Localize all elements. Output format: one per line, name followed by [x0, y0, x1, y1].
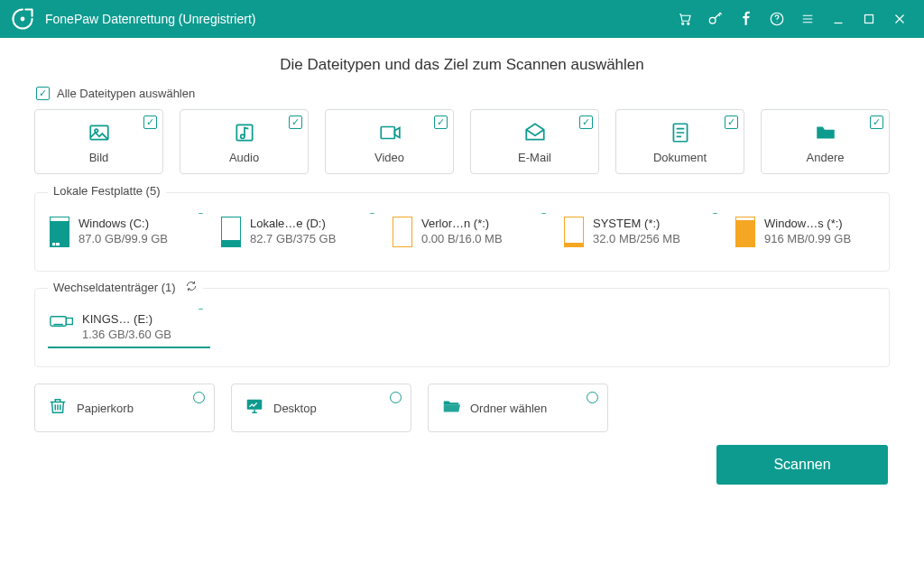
- radio-icon: [709, 213, 721, 214]
- tile-label: Audio: [229, 151, 259, 164]
- filetype-tiles: Bild Audio Video E-Mail Dokument Andere: [34, 109, 890, 174]
- local-drives-legend: Lokale Festplatte (5): [48, 184, 166, 198]
- tile-video[interactable]: Video: [325, 109, 454, 174]
- image-icon: [87, 120, 112, 145]
- app-logo: [9, 5, 36, 32]
- checkbox-icon: [143, 116, 157, 129]
- drive-name: Window…s (*:): [764, 217, 851, 230]
- help-icon[interactable]: [762, 0, 792, 38]
- svg-point-2: [688, 23, 689, 24]
- desktop-icon: [245, 396, 264, 420]
- radio-icon: [195, 309, 207, 310]
- document-icon: [668, 120, 693, 145]
- tile-image[interactable]: Bild: [34, 109, 163, 174]
- drive-lokale-d[interactable]: Lokale…e (D:)82.7 GB/375 GB: [219, 213, 382, 253]
- tile-document[interactable]: Dokument: [615, 109, 744, 174]
- tile-email[interactable]: E-Mail: [470, 109, 599, 174]
- svg-point-5: [777, 22, 778, 23]
- checkbox-icon: [289, 116, 302, 129]
- radio-icon: [538, 213, 550, 214]
- removable-drives-list: KINGS… (E:)1.36 GB/3.60 GB: [48, 309, 876, 354]
- local-drives-group: Lokale Festplatte (5) Windows (C:)87.0 G…: [34, 192, 890, 272]
- drive-name: Windows (C:): [79, 217, 168, 230]
- svg-rect-6: [865, 15, 873, 23]
- radio-icon: [193, 392, 205, 403]
- radio-icon: [587, 392, 598, 403]
- trash-icon: [48, 396, 68, 420]
- key-icon[interactable]: [700, 0, 731, 38]
- tile-label: Andere: [807, 151, 845, 164]
- usb-icon: [50, 312, 75, 337]
- select-all-label: Alle Dateitypen auswählen: [57, 87, 195, 100]
- email-icon: [522, 120, 548, 145]
- scan-button[interactable]: Scannen: [716, 445, 888, 485]
- checkbox-icon: [434, 116, 448, 129]
- radio-icon: [366, 213, 378, 214]
- folder-icon: [813, 120, 838, 145]
- drive-name: SYSTEM (*:): [593, 217, 680, 230]
- drive-name: Verlor…n (*:): [421, 217, 503, 230]
- maximize-icon[interactable]: [854, 0, 884, 38]
- folder-open-icon: [441, 396, 461, 420]
- video-icon: [377, 120, 402, 145]
- location-label: Ordner wählen: [470, 402, 547, 415]
- location-recycle-bin[interactable]: Papierkorb: [34, 384, 215, 432]
- svg-point-3: [709, 17, 716, 23]
- checkbox-icon: [870, 116, 883, 129]
- page-title: Die Dateitypen und das Ziel zum Scannen …: [34, 56, 890, 74]
- checkbox-icon: [36, 87, 50, 100]
- drive-windows-c[interactable]: Windows (C:)87.0 GB/99.9 GB: [48, 213, 210, 253]
- location-label: Desktop: [273, 402, 317, 415]
- facebook-icon[interactable]: [731, 0, 762, 38]
- drive-size: 87.0 GB/99.9 GB: [79, 232, 168, 245]
- cart-icon[interactable]: [670, 0, 700, 38]
- removable-drives-group: Wechseldatenträger (1) KINGS… (E:)1.36 G…: [34, 288, 890, 367]
- tile-label: Bild: [89, 151, 109, 164]
- svg-rect-19: [66, 319, 72, 325]
- tile-label: Dokument: [653, 151, 707, 164]
- local-drives-list[interactable]: Windows (C:)87.0 GB/99.9 GB Lokale…e (D:…: [48, 213, 876, 258]
- svg-rect-20: [247, 400, 263, 410]
- menu-icon[interactable]: [792, 0, 823, 38]
- drive-size: 1.36 GB/3.60 GB: [82, 328, 171, 341]
- window-title: FonePaw Datenrettung (Unregistriert): [45, 12, 255, 26]
- minimize-icon[interactable]: [823, 0, 854, 38]
- radio-icon: [195, 213, 207, 214]
- drive-size: 82.7 GB/375 GB: [250, 232, 336, 245]
- drive-kingston-e[interactable]: KINGS… (E:)1.36 GB/3.60 GB: [48, 309, 210, 348]
- svg-point-1: [682, 23, 684, 24]
- svg-point-0: [21, 17, 25, 22]
- tile-audio[interactable]: Audio: [180, 109, 309, 174]
- drive-name: KINGS… (E:): [82, 312, 171, 326]
- select-all-checkbox[interactable]: Alle Dateitypen auswählen: [36, 87, 890, 100]
- drive-verloren[interactable]: Verlor…n (*:)0.00 B/16.0 MB: [391, 213, 553, 253]
- svg-rect-16: [52, 246, 55, 247]
- tile-label: E-Mail: [518, 151, 551, 164]
- svg-rect-17: [56, 246, 60, 247]
- drive-size: 916 MB/0.99 GB: [764, 232, 851, 245]
- radio-icon: [390, 392, 402, 403]
- removable-drives-legend: Wechseldatenträger (1): [53, 281, 176, 294]
- svg-rect-14: [52, 243, 55, 245]
- titlebar: FonePaw Datenrettung (Unregistriert): [0, 0, 924, 38]
- tile-label: Video: [374, 151, 404, 164]
- drive-size: 0.00 B/16.0 MB: [421, 232, 503, 245]
- location-tiles: Papierkorb Desktop Ordner wählen: [34, 384, 890, 432]
- svg-rect-15: [56, 243, 60, 245]
- location-choose-folder[interactable]: Ordner wählen: [428, 384, 608, 432]
- close-icon[interactable]: [884, 0, 915, 38]
- checkbox-icon: [579, 116, 593, 129]
- location-label: Papierkorb: [77, 402, 134, 415]
- location-desktop[interactable]: Desktop: [231, 384, 411, 432]
- checkbox-icon: [725, 116, 738, 129]
- drive-size: 32.0 MB/256 MB: [593, 232, 680, 245]
- svg-rect-11: [381, 126, 394, 138]
- drive-system[interactable]: SYSTEM (*:)32.0 MB/256 MB: [562, 213, 725, 253]
- audio-icon: [232, 120, 257, 145]
- tile-other[interactable]: Andere: [761, 109, 890, 174]
- drive-windows-star[interactable]: Window…s (*:)916 MB/0.99 GB: [734, 213, 876, 253]
- refresh-icon[interactable]: [185, 280, 198, 295]
- drive-name: Lokale…e (D:): [250, 217, 336, 230]
